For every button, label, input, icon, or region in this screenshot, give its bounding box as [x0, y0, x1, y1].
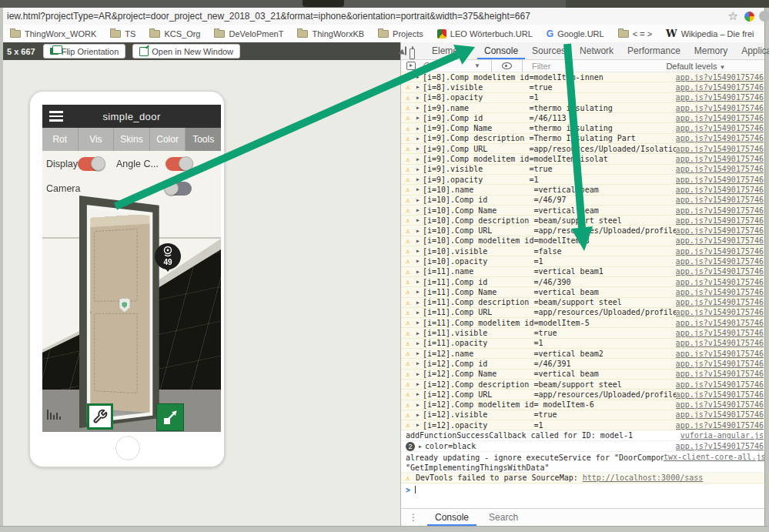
app-tab-skins[interactable]: Skins [114, 128, 150, 151]
expand-caret-icon[interactable]: ▶ [416, 320, 420, 326]
console-log-list[interactable]: ⚠▶[i=8].Comp_modelitem_id=modelItem-inne… [401, 72, 764, 508]
source-link[interactable]: twx-client-core-all.js [664, 452, 764, 461]
expand-caret-icon[interactable]: ▶ [419, 443, 422, 450]
source-link[interactable]: app.js?v15490175746 [676, 370, 764, 378]
bookmark-item[interactable]: Projects [378, 29, 423, 38]
expand-caret-icon[interactable]: ▶ [416, 299, 420, 306]
expand-caret-icon[interactable]: ▶ [416, 136, 420, 142]
bookmark-item[interactable]: LEO Wörterbuch.URL [437, 29, 533, 38]
source-link[interactable]: app.js?v15490175746 [676, 104, 764, 112]
devtools-tab-console[interactable]: Console [477, 42, 525, 59]
expand-caret-icon[interactable]: ▶ [416, 350, 420, 356]
bookmark-item[interactable]: WWikipedia – Die frei [666, 28, 754, 39]
console-warning-row[interactable]: ⚠▶[i=11].opacity =1app.js?v15490175746 [401, 339, 764, 349]
expand-caret-icon[interactable]: ▶ [416, 309, 420, 316]
log-levels-dropdown[interactable]: Default levels ▼ [666, 62, 725, 71]
console-warning-row[interactable]: ⚠▶[i=10].Comp_modelitem_id=modelItem-3ap… [401, 236, 764, 246]
expand-caret-icon[interactable]: ▶ [416, 330, 420, 336]
console-warning-row[interactable]: ⚠▶[i=10].visible =falseapp.js?v154901757… [401, 246, 764, 256]
console-warning-row[interactable]: ⚠▶[i=9].Comp_modelitem_id=modelItem-isol… [401, 154, 764, 164]
console-warning-row[interactable]: ⚠▶[i=10].name =vertical_beamapp.js?v1549… [401, 185, 764, 195]
console-warning-row[interactable]: ⚠▶[i=11].name =vertical_beam1app.js?v154… [401, 267, 764, 277]
console-warning-row[interactable]: ⚠▶[i=9].visible =trueapp.js?v15490175746 [401, 165, 764, 175]
devtools-tab-sources[interactable]: Sources [525, 42, 573, 59]
source-link[interactable]: app.js?v15490175746 [676, 93, 764, 102]
console-warning-row[interactable]: ⚠▶[i=11].Comp_URL =app/resources/Uploade… [401, 308, 764, 318]
source-link[interactable]: app.js?v15490175746 [676, 360, 764, 368]
expand-caret-icon[interactable]: ▶ [416, 279, 420, 285]
source-link[interactable]: app.js?v15490175746 [676, 176, 764, 184]
expand-caret-icon[interactable]: ▶ [416, 176, 420, 182]
app-tab-color[interactable]: Color [150, 128, 186, 151]
expand-caret-icon[interactable]: ▶ [416, 228, 420, 234]
console-warning-row[interactable]: ⚠▶[i=12].Comp_modelitem_id= modelItem-6a… [401, 400, 764, 410]
devtools-tab-application[interactable]: Application [734, 42, 769, 59]
console-log-row[interactable]: addFunctionSuccessCallback called for ID… [401, 430, 764, 441]
sourcemap-link[interactable]: http://localhost:3000/sass [583, 473, 704, 482]
inspect-element-icon[interactable] [405, 46, 406, 55]
source-link[interactable]: app.js?v15490175746 [676, 114, 764, 122]
devtools-tab-memory[interactable]: Memory [687, 42, 734, 59]
expand-caret-icon[interactable]: ▶ [416, 115, 420, 121]
expand-caret-icon[interactable]: ▶ [416, 74, 420, 80]
source-link[interactable]: app.js?v15490175746 [676, 124, 764, 132]
devtools-tab-elements[interactable]: Elements [425, 42, 477, 59]
source-link[interactable]: app.js?v15490175746 [676, 380, 764, 389]
console-warning-row[interactable]: ⚠▶[i=12].name =vertical_beam2app.js?v154… [401, 349, 764, 359]
console-warning-row[interactable]: ⚠▶[i=11].Comp_Name =vertical beamapp.js?… [401, 287, 764, 297]
app-tab-vis[interactable]: Vis [79, 128, 115, 151]
console-warning-row[interactable]: ⚠▶[i=10].opacity =1app.js?v15490175746 [401, 256, 764, 266]
waveform-icon[interactable] [47, 410, 61, 420]
console-warning-row[interactable]: ⚠DevTools failed to parse SourceMap: htt… [401, 473, 764, 483]
source-link[interactable]: app.js?v15490175746 [676, 442, 764, 450]
bookmark-item[interactable]: ThingWorxKB [297, 29, 364, 38]
console-warning-row[interactable]: ⚠▶[i=9].name =thermo_insulatingapp.js?v1… [401, 103, 764, 113]
source-link[interactable]: app.js?v15490175746 [676, 155, 764, 163]
fullscreen-button[interactable] [156, 403, 184, 431]
live-expression-icon[interactable] [502, 62, 512, 69]
console-log-row[interactable]: 2▶color=blackapp.js?v15490175746 [401, 441, 764, 452]
address-bar[interactable]: iew.html?projectType=AR&project=door_pro… [3, 8, 764, 25]
drawer-menu-icon[interactable]: ⋮ [409, 512, 418, 523]
tools-button[interactable] [87, 403, 113, 430]
expand-caret-icon[interactable]: ▶ [416, 412, 420, 418]
expand-caret-icon[interactable]: ▶ [416, 186, 420, 192]
bookmark-item[interactable]: ThingWorx_WORK [10, 29, 96, 38]
expand-caret-icon[interactable]: ▶ [416, 217, 420, 223]
expand-caret-icon[interactable]: ▶ [416, 269, 420, 275]
source-link[interactable]: app.js?v15490175746 [676, 247, 764, 256]
camera-toggle[interactable] [166, 182, 192, 196]
home-button[interactable] [115, 436, 140, 460]
expand-caret-icon[interactable]: ▶ [416, 289, 420, 295]
source-link[interactable]: app.js?v15490175746 [676, 216, 764, 225]
clear-console-icon[interactable] [423, 62, 431, 70]
console-sidebar-icon[interactable] [406, 62, 416, 70]
expand-caret-icon[interactable]: ▶ [416, 258, 420, 264]
source-link[interactable]: app.js?v15490175746 [676, 339, 764, 347]
source-link[interactable]: app.js?v15490175746 [676, 145, 764, 153]
console-warning-row[interactable]: ⚠▶[i=9].Comp_id =/46/113app.js?v15490175… [401, 113, 764, 123]
console-warning-row[interactable]: ⚠▶[i=12].Comp_id =/46/391app.js?v1549017… [401, 359, 764, 369]
device-toolbar-icon[interactable] [412, 46, 413, 56]
console-warning-row[interactable]: ⚠▶[i=12].Comp_Name =vertical beamapp.js?… [401, 370, 764, 380]
expand-caret-icon[interactable]: ▶ [416, 95, 420, 101]
avatar[interactable] [759, 11, 769, 22]
app-tab-tools[interactable]: Tools [186, 128, 221, 151]
expand-caret-icon[interactable]: ▶ [416, 84, 420, 90]
source-link[interactable]: app.js?v15490175746 [676, 400, 764, 409]
console-log-row[interactable]: already updating - ignore executeService… [401, 452, 764, 473]
expand-caret-icon[interactable]: ▶ [416, 340, 420, 346]
source-link[interactable]: app.js?v15490175746 [676, 134, 764, 142]
app-tab-rot[interactable]: Rot [42, 128, 79, 151]
angle-toggle[interactable] [166, 157, 192, 171]
source-link[interactable]: app.js?v15490175746 [676, 186, 764, 194]
console-warning-row[interactable]: ⚠▶[i=8].opacity =1app.js?v15490175746 [401, 93, 764, 103]
bookmark-item[interactable]: TS [110, 29, 135, 38]
door-frame[interactable] [79, 196, 159, 428]
devtools-tab-performance[interactable]: Performance [620, 42, 687, 59]
expand-caret-icon[interactable]: ▶ [416, 248, 420, 254]
filter-input[interactable]: Filter [532, 62, 550, 71]
expand-caret-icon[interactable]: ▶ [416, 360, 420, 366]
source-link[interactable]: app.js?v15490175746 [676, 288, 764, 296]
source-link[interactable]: app.js?v15490175746 [676, 319, 764, 327]
